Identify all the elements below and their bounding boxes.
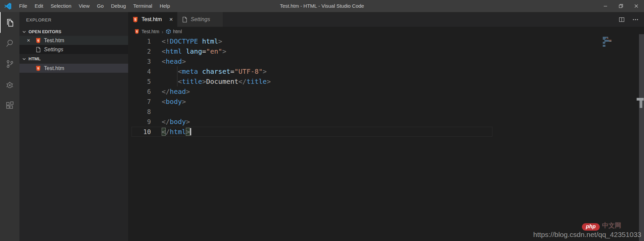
source-control-icon[interactable] bbox=[0, 54, 19, 74]
code-line-10-current: 10 </html> bbox=[128, 127, 644, 137]
symbol-cube-icon bbox=[166, 29, 171, 34]
code-line-3: 3 <head> bbox=[128, 56, 644, 66]
restore-button[interactable] bbox=[613, 0, 629, 12]
breadcrumb-symbol[interactable]: html bbox=[166, 29, 182, 34]
line-number: 7 bbox=[128, 97, 151, 107]
menu-file[interactable]: File bbox=[15, 0, 31, 12]
code-line-1: 1 <!DOCTYPE html> bbox=[128, 36, 644, 46]
search-icon[interactable] bbox=[0, 33, 19, 54]
debug-icon[interactable] bbox=[0, 74, 19, 95]
title-bar: File Edit Selection View Go Debug Termin… bbox=[0, 0, 644, 12]
menu-debug[interactable]: Debug bbox=[107, 0, 129, 12]
overview-ruler-cursor-marker bbox=[637, 98, 644, 101]
svg-text:5: 5 bbox=[135, 17, 137, 21]
breadcrumb-separator: › bbox=[162, 29, 163, 35]
menu-bar: File Edit Selection View Go Debug Termin… bbox=[15, 0, 174, 12]
vertical-scrollbar[interactable] bbox=[639, 34, 644, 241]
svg-text:5: 5 bbox=[136, 30, 138, 33]
breadcrumb-symbol-label: html bbox=[173, 29, 182, 34]
overview-ruler-cursor-marker-stem bbox=[640, 101, 642, 108]
open-editors-header[interactable]: OPEN EDITORS bbox=[19, 27, 128, 36]
minimap[interactable] bbox=[603, 37, 636, 47]
vscode-window: { "title_bar": { "title": "Test.htm - HT… bbox=[0, 0, 644, 241]
editor-actions bbox=[619, 12, 644, 27]
folder-label: HTML bbox=[29, 56, 41, 61]
file-label: Settings bbox=[44, 47, 63, 53]
svg-text:5: 5 bbox=[37, 39, 39, 42]
code-line-9: 9 </body> bbox=[128, 117, 644, 127]
html5-file-icon: 5 bbox=[35, 38, 41, 44]
open-editor-item-testhtm[interactable]: × 5 Test.htm bbox=[19, 36, 128, 45]
split-editor-icon[interactable] bbox=[619, 16, 625, 23]
line-number: 2 bbox=[128, 46, 151, 56]
code-line-2: 2 <html lang="en"> bbox=[128, 46, 644, 56]
svg-text:5: 5 bbox=[37, 66, 39, 70]
close-tab-icon[interactable]: × bbox=[169, 16, 173, 23]
text-cursor bbox=[190, 128, 191, 135]
menu-view[interactable]: View bbox=[75, 0, 93, 12]
close-window-button[interactable] bbox=[629, 0, 644, 12]
html5-file-icon: 5 bbox=[134, 29, 140, 34]
line-number: 5 bbox=[128, 76, 151, 86]
file-icon bbox=[35, 47, 41, 53]
more-actions-icon[interactable] bbox=[632, 16, 639, 23]
window-title: Test.htm - HTML - Visual Studio Code bbox=[280, 0, 364, 12]
vscode-logo-icon bbox=[4, 2, 12, 10]
editor-group: 5 Test.htm × Settings bbox=[128, 12, 644, 241]
code-line-6: 6 </head> bbox=[128, 86, 644, 97]
html5-file-icon: 5 bbox=[35, 65, 41, 71]
line-number: 8 bbox=[128, 107, 151, 117]
tab-bar: 5 Test.htm × Settings bbox=[128, 12, 644, 27]
html5-file-icon: 5 bbox=[132, 16, 139, 23]
breadcrumb-file-label: Test.htm bbox=[142, 29, 159, 34]
line-number: 9 bbox=[128, 117, 151, 127]
breadcrumb: 5 Test.htm › html bbox=[128, 27, 644, 36]
tab-testhtm[interactable]: 5 Test.htm × bbox=[128, 12, 177, 27]
breadcrumb-file[interactable]: 5 Test.htm bbox=[134, 29, 159, 34]
explorer-icon[interactable] bbox=[0, 12, 19, 33]
line-number: 3 bbox=[128, 56, 151, 66]
chevron-down-icon bbox=[21, 29, 27, 35]
menu-edit[interactable]: Edit bbox=[31, 0, 47, 12]
file-label: Test.htm bbox=[44, 65, 64, 71]
file-icon bbox=[181, 16, 188, 23]
code-editor[interactable]: 1 <!DOCTYPE html> 2 <html lang="en"> 3 <… bbox=[128, 36, 644, 241]
extensions-icon[interactable] bbox=[0, 95, 19, 116]
folder-header-html[interactable]: HTML bbox=[19, 54, 128, 64]
tree-item-testhtm[interactable]: 5 Test.htm bbox=[19, 64, 128, 73]
window-controls bbox=[598, 0, 644, 12]
code-line-4: 4 <meta charset="UTF-8"> bbox=[128, 66, 644, 76]
menu-terminal[interactable]: Terminal bbox=[129, 0, 156, 12]
chevron-down-icon bbox=[21, 56, 27, 62]
code-line-8: 8 bbox=[128, 107, 644, 117]
tab-label: Settings bbox=[191, 16, 210, 22]
tab-settings[interactable]: Settings bbox=[177, 12, 223, 27]
code-line-5: 5 <title>Document</title> bbox=[128, 76, 644, 86]
open-editors-label: OPEN EDITORS bbox=[29, 29, 61, 34]
menu-selection[interactable]: Selection bbox=[47, 0, 75, 12]
menu-go[interactable]: Go bbox=[93, 0, 107, 12]
open-editor-item-settings[interactable]: Settings bbox=[19, 45, 128, 54]
close-icon[interactable]: × bbox=[26, 38, 31, 43]
line-number: 10 bbox=[128, 127, 151, 137]
line-number: 1 bbox=[128, 36, 151, 46]
line-number: 6 bbox=[128, 86, 151, 97]
activity-bar bbox=[0, 12, 19, 241]
file-label: Test.htm bbox=[44, 38, 64, 44]
minimize-button[interactable] bbox=[598, 0, 613, 12]
explorer-sidebar: EXPLORER OPEN EDITORS × 5 Test.htm Setti… bbox=[19, 12, 128, 241]
sidebar-title: EXPLORER bbox=[19, 12, 128, 27]
menu-help[interactable]: Help bbox=[156, 0, 174, 12]
tab-label: Test.htm bbox=[142, 16, 162, 22]
code-line-7: 7 <body> bbox=[128, 97, 644, 107]
line-number: 4 bbox=[128, 66, 151, 76]
